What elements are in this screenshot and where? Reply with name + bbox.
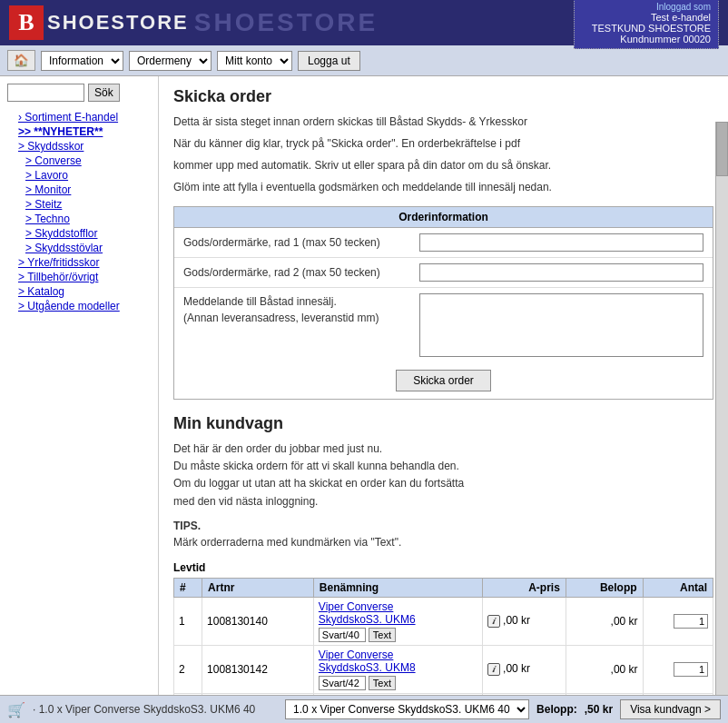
cart-desc4: med den vid nästa inloggning. <box>173 495 318 508</box>
row1-apris-val: ,00 kr <box>503 614 530 627</box>
message-label: Meddelande till Båstad innesälj. (Annan … <box>183 293 419 357</box>
row2-belopp: ,00 kr <box>566 645 643 693</box>
account-menu[interactable]: Mitt konto <box>217 51 292 71</box>
table-header-row: # Artnr Benämning A-pris Belopp Antal <box>174 578 713 597</box>
gods-field2-label: Gods/ordermärke, rad 2 (max 50 tecken) <box>183 266 419 279</box>
sidebar-item-tillbehor[interactable]: > Tillbehör/övrigt <box>18 271 151 283</box>
send-order-section: Skicka order Detta är sista steget innan… <box>173 87 713 400</box>
logo-area: B SHOESTORE SHOESTORE <box>9 5 378 40</box>
send-order-row: Skicka order <box>174 362 713 399</box>
send-order-desc5: Glöm inte att fylla i eventuella godsmär… <box>173 179 713 195</box>
cart-item-select[interactable]: 1.0 x Viper Converse SkyddskoS3. UKM6 40 <box>285 699 529 719</box>
row1-qty-input[interactable] <box>674 614 708 629</box>
logout-button[interactable]: Logga ut <box>298 51 360 71</box>
row1-apris: 𝑖 ,00 kr <box>482 597 566 645</box>
message-row: Meddelande till Båstad innesälj. (Annan … <box>174 288 713 362</box>
sidebar-item-techno[interactable]: > Techno <box>25 213 151 225</box>
row2-text-btn[interactable]: Text <box>369 676 396 690</box>
row1-info-icon[interactable]: 𝑖 <box>487 615 500 628</box>
cart-title: Min kundvagn <box>173 414 713 433</box>
search-button[interactable]: Sök <box>88 84 120 102</box>
col-num: # <box>174 578 202 597</box>
send-order-button[interactable]: Skicka order <box>396 370 491 391</box>
sidebar-item-utgaende[interactable]: > Utgående modeller <box>18 300 151 312</box>
row1-product: Viper ConverseSkyddskoS3. UKM6 Text <box>313 597 482 645</box>
row2-antal <box>643 645 713 693</box>
row2-apris-val: ,00 kr <box>503 662 530 675</box>
sidebar-item-skyddsskor[interactable]: > Skyddsskor <box>18 140 151 153</box>
col-benamning: Benämning <box>313 578 482 597</box>
row2-num: 2 <box>174 645 202 693</box>
sidebar-item-nyheter[interactable]: >> **NYHETER** <box>18 125 151 138</box>
tips-content: Märk orderraderna med kundmärken via "Te… <box>173 536 401 549</box>
row1-num: 1 <box>174 597 202 645</box>
search-input[interactable] <box>7 84 84 102</box>
row2-artnr: 1008130142 <box>202 645 314 693</box>
gods-field2-row: Gods/ordermärke, rad 2 (max 50 tecken) <box>174 258 713 288</box>
table-row: 2 1008130142 Viper ConverseSkyddskoS3. U… <box>174 645 713 693</box>
sidebar-item-monitor[interactable]: > Monitor <box>25 183 151 196</box>
row1-product-link[interactable]: Viper ConverseSkyddskoS3. UKM6 <box>319 600 477 626</box>
sidebar-item-converse[interactable]: > Converse <box>25 154 151 167</box>
tips-label: TIPS. <box>173 520 201 532</box>
row1-antal <box>643 597 713 645</box>
order-menu[interactable]: Ordermeny <box>129 51 212 71</box>
sidebar-item-skyddstofflor[interactable]: > Skyddstofflor <box>25 227 151 240</box>
bottom-bar: 🛒 · 1.0 x Viper Converse SkyddskoS3. UKM… <box>0 695 728 723</box>
sidebar-item-sortiment[interactable]: › Sortiment E-handel <box>18 111 151 124</box>
row2-product-link[interactable]: Viper ConverseSkyddskoS3. UKM8 <box>319 649 477 674</box>
col-apris: A-pris <box>482 578 566 597</box>
row2-apris: 𝑖 ,00 kr <box>482 645 566 693</box>
main-layout: Sök › Sortiment E-handel >> **NYHETER** … <box>0 76 728 723</box>
row2-product: Viper ConverseSkyddskoS3. UKM8 Text <box>313 645 482 693</box>
cart-desc1: Det här är den order du jobbar med just … <box>173 442 382 455</box>
row2-info-icon[interactable]: 𝑖 <box>487 663 500 676</box>
scrollbar[interactable] <box>715 122 728 723</box>
logo-name: SHOESTORE <box>47 11 189 35</box>
scroll-thumb[interactable] <box>716 122 728 176</box>
col-antal: Antal <box>643 578 713 597</box>
cart-icon: 🛒 <box>7 701 25 718</box>
send-order-desc2: När du känner dig klar, tryck på "Skicka… <box>173 135 713 152</box>
show-cart-button[interactable]: Visa kundvagn > <box>620 699 721 719</box>
cart-item-label: · 1.0 x Viper Converse SkyddskoS3. UKM6 … <box>33 703 278 716</box>
send-order-title: Skicka order <box>173 87 713 106</box>
sidebar-item-katalog[interactable]: > Katalog <box>18 285 151 298</box>
row1-artnr: 1008130140 <box>202 597 314 645</box>
tips-text: TIPS. Märk orderraderna med kundmärken v… <box>173 518 713 550</box>
info-menu[interactable]: Information <box>41 51 123 71</box>
message-textarea[interactable] <box>419 293 703 357</box>
order-info-header: Orderinformation <box>174 207 713 228</box>
search-row: Sök <box>7 84 151 102</box>
cart-desc3: Om du loggar ut utan att ha skickat en o… <box>173 477 464 490</box>
customer-number: Kundnummer 00020 <box>582 34 711 45</box>
cart-section: Min kundvagn Det här är den order du job… <box>173 414 713 723</box>
content-area: Skicka order Detta är sista steget innan… <box>159 76 728 723</box>
cart-desc2: Du måste skicka ordern för att vi skall … <box>173 460 459 472</box>
row1-color-input[interactable] <box>319 628 366 642</box>
gods-field1-input[interactable] <box>419 233 703 252</box>
row2-color-input[interactable] <box>319 676 366 690</box>
sidebar-nav: › Sortiment E-handel >> **NYHETER** > Sk… <box>7 111 151 312</box>
table-row: 1 1008130140 Viper ConverseSkyddskoS3. U… <box>174 597 713 645</box>
user-name: Test e-handel <box>582 12 711 23</box>
row1-text-btn[interactable]: Text <box>369 628 396 642</box>
sidebar-item-lavoro[interactable]: > Lavoro <box>25 169 151 182</box>
row1-belopp: ,00 kr <box>566 597 643 645</box>
navbar: 🏠 Information Ordermeny Mitt konto Logga… <box>0 45 728 76</box>
sidebar-item-skyddsstovlar[interactable]: > Skyddsstövlar <box>25 242 151 254</box>
belopp-value: ,50 kr <box>585 703 613 716</box>
sidebar-item-steitz[interactable]: > Steitz <box>25 198 151 211</box>
user-info-box: Inloggad som Test e-handel TESTKUND SHOE… <box>574 0 719 49</box>
cart-desc: Det här är den order du jobbar med just … <box>173 441 713 510</box>
gods-field1-label: Gods/ordermärke, rad 1 (max 50 tecken) <box>183 236 419 249</box>
row2-qty-input[interactable] <box>674 662 708 677</box>
header: B SHOESTORE SHOESTORE Inloggad som Test … <box>0 0 728 45</box>
send-order-desc3: kommer upp med automatik. Skriv ut eller… <box>173 157 713 173</box>
gods-field1-row: Gods/ordermärke, rad 1 (max 50 tecken) <box>174 228 713 258</box>
sidebar-item-yrke[interactable]: > Yrke/fritidsskor <box>18 256 151 269</box>
gods-field2-input[interactable] <box>419 263 703 282</box>
logo-box: B <box>9 5 44 40</box>
home-button[interactable]: 🏠 <box>7 50 35 71</box>
col-belopp: Belopp <box>566 578 643 597</box>
